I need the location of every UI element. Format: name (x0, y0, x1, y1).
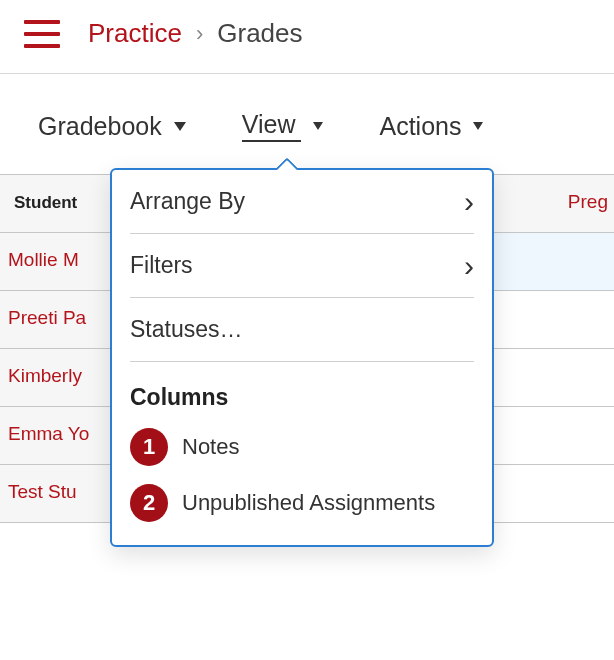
step-badge: 1 (130, 428, 168, 466)
menu-item-label: Unpublished Assignments (182, 490, 435, 516)
menu-heading-columns: Columns (130, 362, 474, 419)
breadcrumb-page: Grades (217, 18, 302, 49)
student-name-link[interactable]: Emma Yo (0, 407, 120, 465)
caret-down-icon (174, 122, 186, 131)
hamburger-menu[interactable] (24, 20, 60, 48)
breadcrumb: Practice › Grades (88, 18, 303, 49)
gradebook-label: Gradebook (38, 112, 162, 141)
menu-item-label: Notes (182, 434, 239, 460)
student-name-link[interactable]: Preeti Pa (0, 291, 120, 349)
menu-item-unpublished[interactable]: 2 Unpublished Assignments (130, 475, 474, 531)
caret-down-icon (473, 122, 483, 130)
assignment-label: Preg (568, 191, 608, 213)
actions-dropdown[interactable]: Actions (379, 112, 483, 141)
actions-label: Actions (379, 112, 461, 141)
menu-item-notes[interactable]: 1 Notes (130, 419, 474, 475)
view-label: View (242, 110, 302, 142)
view-dropdown[interactable]: View (242, 110, 324, 142)
student-name-link[interactable]: Kimberly (0, 349, 120, 407)
chevron-right-icon: › (464, 185, 474, 219)
student-name-link[interactable]: Mollie M (0, 233, 120, 291)
menu-item-filters[interactable]: Filters › (130, 234, 474, 298)
menu-item-arrange-by[interactable]: Arrange By › (130, 170, 474, 234)
caret-down-icon (313, 122, 323, 130)
column-header-student[interactable]: Student (0, 175, 120, 233)
breadcrumb-course-link[interactable]: Practice (88, 18, 182, 49)
student-name-link[interactable]: Test Stu (0, 465, 120, 523)
menu-item-label: Filters (130, 252, 193, 279)
view-menu-popover: Arrange By › Filters › Statuses… Columns… (110, 168, 494, 547)
popover-arrow (276, 158, 298, 170)
chevron-right-icon: › (196, 21, 203, 47)
gradebook-dropdown[interactable]: Gradebook (38, 112, 186, 141)
step-badge: 2 (130, 484, 168, 522)
menu-item-statuses[interactable]: Statuses… (130, 298, 474, 362)
menu-item-label: Arrange By (130, 188, 245, 215)
chevron-right-icon: › (464, 249, 474, 283)
menu-item-label: Statuses… (130, 316, 243, 343)
